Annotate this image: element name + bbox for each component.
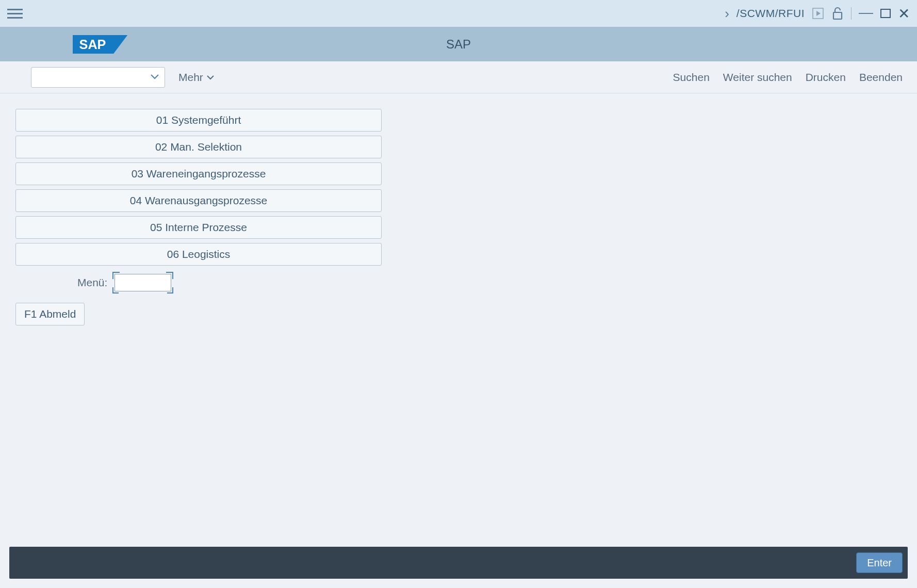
status-bar: Enter (9, 547, 908, 579)
toolbar-link-suchen[interactable]: Suchen (673, 71, 710, 84)
separator (851, 7, 852, 20)
maximize-icon[interactable] (880, 9, 891, 18)
toolbar: Mehr Suchen Weiter suchen Drucken Beende… (0, 61, 917, 93)
main-content: 01 Systemgeführt 02 Man. Selektion 03 Wa… (0, 93, 917, 547)
menu-input-row: Menü: (77, 272, 906, 293)
menu-icon[interactable] (7, 6, 23, 21)
minimize-icon[interactable]: — (859, 10, 873, 17)
sap-logo: SAP (72, 30, 129, 58)
menu-item-06[interactable]: 06 Leogistics (15, 243, 382, 266)
close-icon[interactable]: ✕ (898, 5, 910, 22)
toolbar-link-weiter-suchen[interactable]: Weiter suchen (723, 71, 792, 84)
svg-text:SAP: SAP (79, 37, 106, 52)
menu-input-label: Menü: (77, 276, 107, 289)
menu-item-02[interactable]: 02 Man. Selektion (15, 136, 382, 158)
command-select[interactable] (31, 67, 165, 88)
more-label: Mehr (178, 71, 203, 84)
title-band: SAP SAP (0, 27, 917, 61)
menu-list: 01 Systemgeführt 02 Man. Selektion 03 Wa… (15, 109, 382, 266)
system-bar: › /SCWM/RFUI — ✕ (0, 0, 917, 27)
menu-item-03[interactable]: 03 Wareneingangsprozesse (15, 162, 382, 185)
enter-button[interactable]: Enter (856, 552, 903, 573)
svg-marker-1 (816, 11, 821, 16)
play-icon[interactable] (812, 7, 824, 20)
chevron-down-icon (150, 72, 159, 83)
f1-abmeld-button[interactable]: F1 Abmeld (15, 303, 85, 325)
chevron-down-icon (206, 73, 215, 82)
menu-item-01[interactable]: 01 Systemgeführt (15, 109, 382, 132)
unlock-icon[interactable] (831, 7, 844, 20)
toolbar-link-beenden[interactable]: Beenden (859, 71, 903, 84)
menu-item-05[interactable]: 05 Interne Prozesse (15, 216, 382, 239)
more-menu[interactable]: Mehr (178, 71, 215, 84)
focus-indicator (112, 272, 173, 293)
svg-rect-2 (833, 12, 842, 19)
menu-input[interactable] (114, 274, 171, 291)
toolbar-link-drucken[interactable]: Drucken (806, 71, 846, 84)
transaction-code: /SCWM/RFUI (736, 7, 805, 20)
chevron-right-icon[interactable]: › (725, 6, 729, 22)
menu-item-04[interactable]: 04 Warenausgangsprozesse (15, 189, 382, 212)
page-title: SAP (446, 37, 471, 52)
